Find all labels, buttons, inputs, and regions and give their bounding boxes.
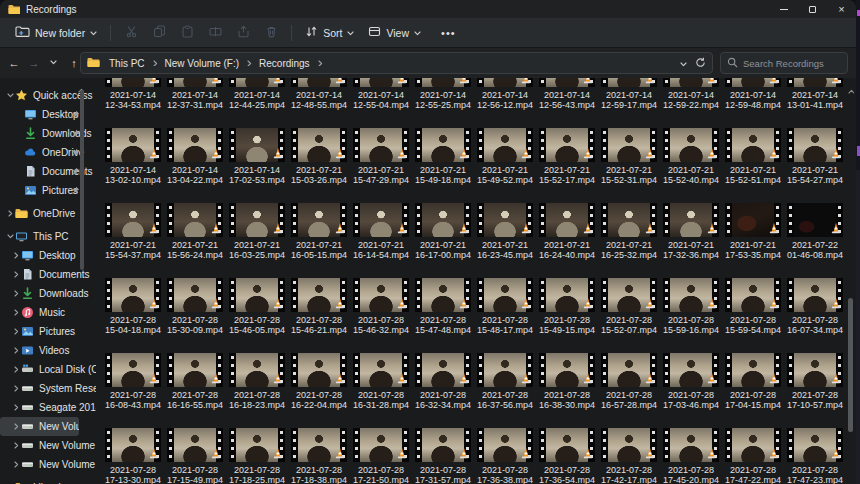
file-item[interactable]: 2021-07-1412-56-12.mp4 [476, 78, 534, 110]
breadcrumb-segment[interactable]: New Volume (F:) [161, 57, 243, 70]
sidebar-item-videos[interactable]: Videos [0, 341, 96, 360]
file-item[interactable]: 2021-07-2815-04-18.mp4 [104, 278, 162, 335]
file-item[interactable]: 2021-07-2815-59-16.mp4 [662, 278, 720, 335]
view-button[interactable]: View [361, 21, 428, 44]
share-button[interactable] [229, 22, 257, 44]
file-item[interactable]: 2021-07-2116-03-25.mp4 [228, 203, 286, 260]
file-item[interactable]: 2021-07-2816-16-55.mp4 [166, 353, 224, 410]
file-item[interactable]: 2021-07-2817-13-30.mp4 [104, 428, 162, 484]
close-button[interactable]: × [827, 0, 856, 18]
file-item[interactable]: 2021-07-2817-18-25.mp4 [228, 428, 286, 484]
file-item[interactable]: 2021-07-2815-47-48.mp4 [414, 278, 472, 335]
minimize-button[interactable] [769, 0, 798, 18]
chevron-right-icon[interactable] [11, 290, 21, 297]
file-item[interactable]: 2021-07-2817-47-22.mp4 [724, 428, 782, 484]
file-item[interactable]: 2021-07-2116-17-00.mp4 [414, 203, 472, 260]
chevron-right-icon[interactable] [11, 461, 21, 468]
file-item[interactable]: 2021-07-2817-15-49.mp4 [166, 428, 224, 484]
file-item[interactable]: 2021-07-2816-18-23.mp4 [228, 353, 286, 410]
file-item[interactable]: 2021-07-2201-46-08.mp4 [786, 203, 844, 260]
file-item[interactable]: 2021-07-1412-37-31.mp4 [166, 78, 224, 110]
maximize-button[interactable] [798, 0, 827, 18]
file-item[interactable]: 2021-07-2816-08-43.mp4 [104, 353, 162, 410]
file-item[interactable]: 2021-07-1412-34-53.mp4 [104, 78, 162, 110]
file-item[interactable]: 2021-07-1412-59-17.mp4 [600, 78, 658, 110]
file-item[interactable]: 2021-07-2115-49-52.mp4 [476, 128, 534, 185]
vertical-scrollbar[interactable] [848, 298, 853, 432]
refresh-icon[interactable] [695, 54, 706, 72]
chevron-right-icon[interactable] [11, 423, 21, 430]
delete-button[interactable] [257, 22, 285, 44]
file-item[interactable]: 2021-07-2817-45-20.mp4 [662, 428, 720, 484]
sidebar-item-seagate-2014-e[interactable]: Seagate 2014 (E [0, 398, 96, 417]
chevron-right-icon[interactable] [11, 347, 21, 354]
file-item[interactable]: 2021-07-1413-01-41.mp4 [786, 78, 844, 110]
file-item[interactable]: 2021-07-1412-55-04.mp4 [352, 78, 410, 110]
scroll-up-icon[interactable] [848, 80, 854, 98]
file-item[interactable]: 2021-07-2817-47-23.mp4 [786, 428, 844, 484]
file-item[interactable]: 2021-07-1413-02-10.mp4 [104, 128, 162, 185]
breadcrumb-segment[interactable]: Recordings [255, 57, 314, 70]
back-button[interactable]: ← [4, 52, 24, 74]
file-item[interactable]: 2021-07-2817-21-50.mp4 [352, 428, 410, 484]
file-item[interactable]: 2021-07-2115-54-37.mp4 [104, 203, 162, 260]
file-item[interactable]: 2021-07-2115-52-51.mp4 [724, 128, 782, 185]
file-item[interactable]: 2021-07-2815-46-05.mp4 [228, 278, 286, 335]
file-item[interactable]: 2021-07-2115-03-26.mp4 [290, 128, 348, 185]
file-item[interactable]: 2021-07-2117-53-35.mp4 [724, 203, 782, 260]
sidebar-item-new-volume-g[interactable]: New Volume (G [0, 436, 96, 455]
file-item[interactable]: 2021-07-2817-18-38.mp4 [290, 428, 348, 484]
sidebar-item-local-disk-c-[interactable]: Local Disk (C:) [0, 360, 96, 379]
sort-button[interactable]: Sort [298, 21, 361, 44]
file-item[interactable]: 2021-07-2815-49-15.mp4 [538, 278, 596, 335]
file-item[interactable]: 2021-07-2815-46-32.mp4 [352, 278, 410, 335]
sidebar-scrollbar[interactable] [80, 90, 84, 270]
sidebar-item-libraries[interactable]: Libraries [0, 478, 96, 484]
copy-button[interactable] [145, 22, 173, 44]
file-item[interactable]: 2021-07-2115-52-31.mp4 [600, 128, 658, 185]
file-item[interactable]: 2021-07-2817-36-38.mp4 [476, 428, 534, 484]
chevron-right-icon[interactable] [11, 271, 21, 278]
chevron-right-icon[interactable] [11, 328, 21, 335]
file-item[interactable]: 2021-07-2817-10-57.mp4 [786, 353, 844, 410]
sidebar-item-downloads[interactable]: Downloads [0, 284, 96, 303]
file-item[interactable]: 2021-07-2815-48-17.mp4 [476, 278, 534, 335]
chevron-down-icon[interactable] [5, 92, 15, 99]
forward-button[interactable]: → [24, 52, 44, 74]
sidebar-item-new-volume-i[interactable]: New Volume (I [0, 455, 96, 474]
recent-locations-button[interactable] [44, 52, 64, 74]
file-item[interactable]: 2021-07-2116-25-32.mp4 [600, 203, 658, 260]
file-item[interactable]: 2021-07-2816-38-30.mp4 [538, 353, 596, 410]
file-item[interactable]: 2021-07-1412-55-25.mp4 [414, 78, 472, 110]
file-item[interactable]: 2021-07-2116-05-15.mp4 [290, 203, 348, 260]
chevron-right-icon[interactable] [11, 404, 21, 411]
file-item[interactable]: 2021-07-2116-23-45.mp4 [476, 203, 534, 260]
chevron-down-icon[interactable] [5, 233, 15, 240]
file-item[interactable]: 2021-07-1413-04-22.mp4 [166, 128, 224, 185]
search-box[interactable] [720, 52, 848, 74]
file-item[interactable]: 2021-07-2115-56-24.mp4 [166, 203, 224, 260]
sidebar-item-pictures[interactable]: Pictures [0, 322, 96, 341]
file-item[interactable]: 2021-07-2816-22-04.mp4 [290, 353, 348, 410]
file-item[interactable]: 2021-07-2816-31-28.mp4 [352, 353, 410, 410]
new-folder-button[interactable]: New folder [8, 21, 104, 44]
chevron-right-icon[interactable] [11, 252, 21, 259]
file-item[interactable]: 2021-07-2115-54-27.mp4 [786, 128, 844, 185]
file-item[interactable]: 2021-07-2116-24-40.mp4 [538, 203, 596, 260]
cut-button[interactable] [117, 22, 145, 44]
file-item[interactable]: 2021-07-1412-59-48.mp4 [724, 78, 782, 110]
paste-button[interactable] [173, 22, 201, 44]
file-item[interactable]: 2021-07-2115-49-18.mp4 [414, 128, 472, 185]
file-item[interactable]: 2021-07-2815-52-07.mp4 [600, 278, 658, 335]
address-bar[interactable]: This PCNew Volume (F:)Recordings [80, 52, 713, 74]
file-item[interactable]: 2021-07-2816-37-56.mp4 [476, 353, 534, 410]
chevron-right-icon[interactable] [11, 366, 21, 373]
file-item[interactable]: 2021-07-2115-52-17.mp4 [538, 128, 596, 185]
file-item[interactable]: 2021-07-2816-32-34.mp4 [414, 353, 472, 410]
chevron-down-icon[interactable] [680, 54, 687, 72]
file-item[interactable]: 2021-07-2816-57-28.mp4 [600, 353, 658, 410]
sidebar-item-system-reserve[interactable]: System Reserve [0, 379, 96, 398]
rename-button[interactable] [201, 22, 229, 44]
file-item[interactable]: 2021-07-1412-56-43.mp4 [538, 78, 596, 110]
file-item[interactable]: 2021-07-2817-04-15.mp4 [724, 353, 782, 410]
